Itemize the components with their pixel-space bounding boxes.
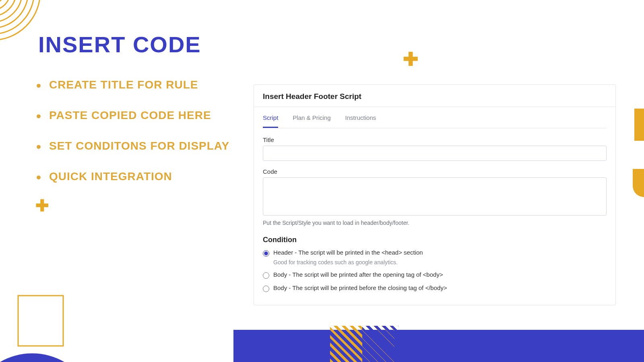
decorative-hatch xyxy=(362,326,398,362)
condition-option-body-open[interactable]: Body - The script will be printed after … xyxy=(263,271,607,279)
radio-body-close[interactable] xyxy=(263,286,269,292)
radio-label: Body - The script will be printed before… xyxy=(273,284,447,291)
code-label: Code xyxy=(263,168,607,175)
form-panel: Insert Header Footer Script Script Plan … xyxy=(254,84,616,305)
tab-instructions[interactable]: Instructions xyxy=(345,114,376,128)
tabs: Script Plan & Pricing Instructions xyxy=(263,107,607,128)
tab-plan-pricing[interactable]: Plan & Pricing xyxy=(293,114,330,128)
svg-rect-7 xyxy=(18,296,63,346)
decorative-quarter-circle xyxy=(0,282,72,362)
title-input[interactable] xyxy=(263,146,607,161)
svg-point-1 xyxy=(0,0,10,10)
decorative-block xyxy=(633,169,644,197)
bullet-list: CREATE TITLE FOR RULE PASTE COPIED CODE … xyxy=(36,78,229,201)
radio-header[interactable] xyxy=(263,250,269,257)
radio-label: Header - The script will be printed in t… xyxy=(273,249,423,256)
svg-point-6 xyxy=(0,0,40,40)
radio-label: Body - The script will be printed after … xyxy=(273,271,443,278)
bullet-item: QUICK INTEGRATION xyxy=(36,170,229,183)
radio-subtext: Good for tracking codes such as google a… xyxy=(273,259,607,265)
condition-option-header[interactable]: Header - The script will be printed in t… xyxy=(263,249,607,257)
decorative-band xyxy=(233,330,644,362)
code-helper-text: Put the Script/Style you want to load in… xyxy=(263,220,607,226)
condition-heading: Condition xyxy=(263,236,607,244)
bullet-item: PASTE COPIED CODE HERE xyxy=(36,109,229,122)
svg-point-3 xyxy=(0,0,22,22)
tab-script[interactable]: Script xyxy=(263,114,278,128)
radio-body-open[interactable] xyxy=(263,272,269,279)
bullet-item: SET CONDITONS FOR DISPLAY xyxy=(36,140,229,152)
plus-icon: ✚ xyxy=(403,48,419,70)
decorative-block xyxy=(634,109,644,141)
page-title: INSERT CODE xyxy=(38,31,201,58)
title-label: Title xyxy=(263,136,607,143)
condition-option-body-close[interactable]: Body - The script will be printed before… xyxy=(263,284,607,292)
svg-point-0 xyxy=(0,0,4,4)
bullet-item: CREATE TITLE FOR RULE xyxy=(36,78,229,91)
code-textarea[interactable] xyxy=(263,177,607,216)
panel-title: Insert Header Footer Script xyxy=(254,85,615,107)
svg-point-4 xyxy=(0,0,28,28)
